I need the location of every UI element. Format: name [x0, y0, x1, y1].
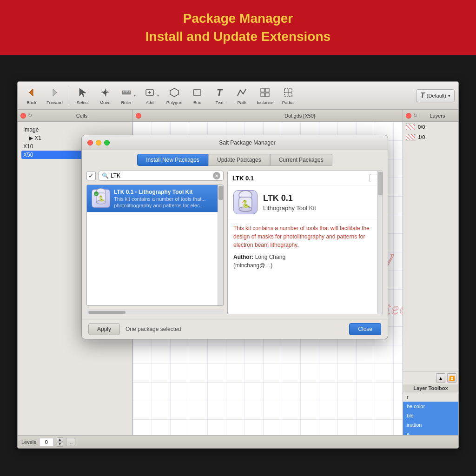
- back-button[interactable]: Back: [21, 84, 42, 107]
- levels-stepper: ▲ ▼: [57, 437, 63, 447]
- move-icon: [99, 86, 112, 99]
- toolbox-up-arrow[interactable]: ▲: [436, 373, 445, 383]
- layers-close-button[interactable]: [406, 113, 411, 119]
- forward-button[interactable]: Forward: [44, 84, 66, 107]
- add-button[interactable]: Add ▾: [140, 84, 162, 107]
- move-button[interactable]: Move: [95, 84, 115, 107]
- instance-button[interactable]: Instance: [254, 84, 276, 107]
- box-button[interactable]: Box: [187, 84, 207, 107]
- ruler-button[interactable]: Ruler ▾: [117, 84, 139, 107]
- layers-refresh-icon[interactable]: ↻: [413, 112, 417, 119]
- instance-icon: [258, 86, 271, 99]
- svg-marker-4: [105, 94, 106, 97]
- details-icon-area: 🐍 LTK 0.1 Lithography Tool Kit: [228, 185, 383, 219]
- ruler-icon: [120, 86, 133, 99]
- polygon-icon: [168, 86, 181, 99]
- dialog-maximize-button[interactable]: [104, 140, 110, 145]
- partial-icon: [282, 86, 295, 99]
- box-icon: [191, 86, 204, 99]
- package-list-panel: ✓ 🔍 ✕: [86, 171, 224, 314]
- details-header-row: LTK 0.1: [228, 171, 383, 185]
- package-name: LTK 0.1 - Lithography Tool Kit: [114, 189, 205, 195]
- details-label: LTK 0.1: [232, 175, 254, 182]
- package-list-scrollbar[interactable]: [218, 185, 223, 305]
- apply-button[interactable]: Apply: [88, 323, 120, 335]
- svg-text:🐍: 🐍: [241, 199, 251, 208]
- package-icon-ltk: 🐍 ✓: [92, 189, 110, 208]
- toolbox-item-r[interactable]: r: [403, 392, 458, 402]
- polygon-button[interactable]: Polygon: [164, 84, 185, 107]
- select-button[interactable]: Select: [73, 84, 93, 107]
- toolbox-double-up-arrow[interactable]: ⏫: [447, 373, 456, 383]
- svg-rect-22: [261, 93, 264, 97]
- layer-item-1-0[interactable]: 1/0: [403, 132, 458, 142]
- package-info: LTK 0.1 - Lithography Tool Kit This kit …: [114, 189, 205, 208]
- layer-item-0-0[interactable]: 0/0: [403, 122, 458, 132]
- details-package-title: LTK 0.1: [263, 193, 316, 203]
- package-list-hscrollbar[interactable]: [86, 310, 224, 314]
- tab-bar: Install New Packages Update Packages Cur…: [82, 150, 388, 166]
- dialog-body: ✓ 🔍 ✕: [82, 166, 388, 319]
- package-list-hscrollbar-thumb[interactable]: [88, 311, 126, 314]
- layer-swatch-0-0: [406, 124, 415, 130]
- add-dropdown-arrow: ▾: [157, 93, 159, 98]
- svg-rect-8: [103, 92, 107, 93]
- details-package-icon: 🐍: [233, 190, 258, 214]
- svg-rect-19: [193, 90, 201, 95]
- path-button[interactable]: Path: [231, 84, 252, 107]
- toolbox-controls: ▲ ⏫: [403, 371, 458, 384]
- svg-marker-6: [107, 91, 109, 93]
- package-list: 🐍 ✓ LTK 0.1 - Lithography Tool Kit This …: [86, 185, 224, 306]
- partial-button[interactable]: Partial: [278, 84, 298, 107]
- back-icon: [25, 86, 38, 99]
- tab-current-packages[interactable]: Current Packages: [270, 154, 332, 166]
- search-input[interactable]: [111, 172, 211, 179]
- levels-ellipsis-button[interactable]: …: [66, 438, 75, 446]
- toolbox-title: Layer Toolbox: [403, 384, 458, 392]
- forward-icon: [48, 86, 61, 99]
- toolbar-separator-1: [69, 86, 69, 105]
- close-button[interactable]: Close: [349, 323, 381, 335]
- cell-item-image[interactable]: Image: [21, 126, 129, 134]
- cells-close-button[interactable]: [20, 113, 26, 119]
- search-icon: 🔍: [102, 172, 109, 179]
- cells-refresh-icon[interactable]: ↻: [28, 112, 32, 119]
- details-scrollbar[interactable]: [377, 171, 383, 314]
- details-author: Author: Long Chang (minchang@…): [233, 253, 377, 270]
- svg-rect-21: [265, 88, 269, 92]
- details-body: This kit contains a number of tools that…: [228, 219, 383, 314]
- dialog-title: Salt Package Manager: [112, 139, 382, 146]
- svg-text:✓: ✓: [95, 192, 98, 197]
- package-list-scrollbar-thumb[interactable]: [218, 186, 223, 200]
- package-list-item-ltk[interactable]: 🐍 ✓ LTK 0.1 - Lithography Tool Kit This …: [87, 185, 223, 212]
- levels-down-button[interactable]: ▼: [57, 442, 63, 447]
- tab-install-new-packages[interactable]: Install New Packages: [137, 154, 208, 166]
- details-package-subtitle: Lithography Tool Kit: [263, 205, 316, 212]
- status-bar: Levels ▲ ▼ …: [18, 435, 458, 448]
- toolbox-item-color[interactable]: he color: [403, 402, 458, 411]
- levels-up-button[interactable]: ▲: [57, 437, 63, 442]
- layers-panel-header: ↻ Layers: [403, 110, 458, 122]
- package-manager-dialog: Salt Package Manager Install New Package…: [81, 135, 388, 339]
- package-description-short: This kit contains a number of tools that…: [114, 196, 205, 202]
- layers-panel: ↻ Layers 0/0 1/0 ▲ ⏫ Layer T: [403, 110, 458, 448]
- svg-marker-3: [105, 88, 106, 91]
- search-clear-button[interactable]: ✕: [213, 172, 220, 179]
- toolbox-item-ble[interactable]: ble: [403, 411, 458, 420]
- dialog-minimize-button[interactable]: [96, 140, 101, 145]
- cells-panel-header: ↻ Cells: [18, 110, 132, 122]
- default-button[interactable]: T (Default) ▾: [416, 89, 455, 102]
- toolbox-item-ination[interactable]: ination: [403, 420, 458, 430]
- canvas-close-button[interactable]: [136, 113, 141, 119]
- svg-marker-0: [29, 89, 33, 96]
- dialog-close-button[interactable]: [87, 140, 93, 145]
- header-banner: Package Manager Install and Update Exten…: [0, 0, 476, 55]
- select-all-checkbox[interactable]: ✓: [86, 171, 96, 180]
- tab-update-packages[interactable]: Update Packages: [208, 154, 270, 166]
- levels-input[interactable]: [39, 438, 54, 446]
- text-icon: T: [213, 86, 226, 99]
- svg-marker-5: [101, 91, 103, 93]
- details-scrollbar-thumb[interactable]: [378, 172, 383, 195]
- text-button[interactable]: T Text: [209, 84, 230, 107]
- svg-rect-23: [265, 93, 269, 97]
